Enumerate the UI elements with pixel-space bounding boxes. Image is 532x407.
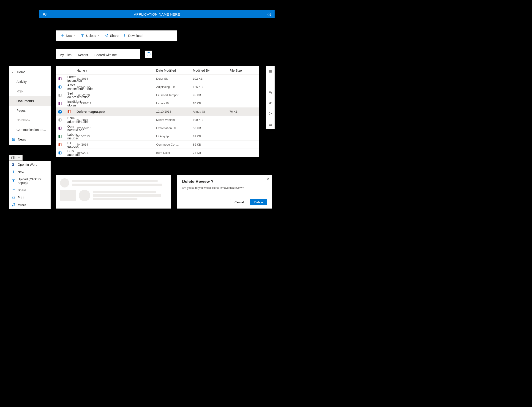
left-nav: Home Activity MSN Documents Pages Notebo… — [9, 66, 51, 145]
close-icon[interactable]: ✕ — [267, 177, 270, 181]
shimmer-line — [93, 194, 161, 197]
file-name: Duis aute.code — [67, 149, 77, 157]
nav-communication[interactable]: Communication an... — [9, 125, 51, 135]
file-modified: 12/25/2016 — [77, 126, 156, 130]
menu-item-word[interactable]: Open in Word — [9, 161, 50, 168]
delete-dialog: ✕ Delete Review ? Are you sure you would… — [177, 175, 272, 209]
download-button[interactable]: Download — [121, 34, 144, 38]
rail-braces-icon[interactable] — [266, 110, 275, 117]
file-modified-by: Ut Aliquip — [156, 135, 193, 138]
nav-label: Home — [17, 70, 25, 74]
file-size: 76 KB — [230, 110, 257, 113]
menu-label: Share — [18, 188, 26, 192]
menu-label: Upload (Click for popup) — [18, 177, 48, 185]
file-size: 86 KB — [193, 143, 230, 146]
file-type-icon — [67, 110, 71, 114]
tab-recent[interactable]: Recent — [78, 53, 88, 59]
app-title: APPLICATION NAME HERE — [47, 12, 267, 16]
svg-rect-34 — [13, 196, 14, 197]
tab-shared[interactable]: Shared with me — [94, 53, 117, 59]
upload-label: Upload — [86, 34, 96, 38]
table-row[interactable]: Ex ea.ppsx 4/4/2014 Commodo Con... 86 KB — [56, 141, 259, 149]
command-bar: New Upload Share Download ··· — [56, 31, 177, 41]
delete-button[interactable]: Delete — [250, 199, 267, 205]
rail-list-icon[interactable] — [266, 79, 275, 85]
col-modified[interactable]: Date Modified — [156, 69, 193, 72]
file-size: 68 KB — [193, 126, 230, 130]
nav-label: Activity — [16, 80, 27, 84]
settings-icon[interactable] — [267, 12, 271, 16]
svg-rect-17 — [59, 102, 60, 105]
cancel-button[interactable]: Cancel — [230, 199, 248, 205]
col-size[interactable]: File Size — [230, 69, 257, 72]
nav-pages[interactable]: Pages — [9, 106, 51, 115]
svg-rect-9 — [12, 138, 15, 141]
waffle-icon[interactable] — [42, 12, 47, 17]
right-rail — [266, 66, 275, 129]
shimmer-line — [72, 180, 158, 182]
share-icon — [12, 188, 15, 192]
nav-home[interactable]: Home — [9, 67, 51, 77]
table-row[interactable]: Enim ad.presentation 5/7/2016 Minim Veni… — [56, 116, 259, 124]
nav-news[interactable]: News — [9, 135, 51, 144]
table-row[interactable]: Amet consectetur.model 12/4/2012 Adipisc… — [56, 83, 259, 91]
menu-item-music[interactable]: Music — [9, 201, 50, 209]
app-bar: APPLICATION NAME HERE — [39, 10, 275, 18]
menu-item-print[interactable]: Print — [9, 194, 50, 201]
table-row[interactable]: Lorem ipsum.xsn 8/1/2014 Dolor Sit 102 K… — [56, 75, 259, 83]
table-row[interactable]: Quis nostrud.one 12/25/2016 Exercitation… — [56, 124, 259, 132]
tab-label: Recent — [78, 53, 88, 57]
nav-notebook[interactable]: Notebook — [9, 115, 51, 125]
nav-documents[interactable]: Documents — [9, 96, 51, 106]
upload-button[interactable]: Upload — [79, 34, 102, 38]
file-type-icon — [58, 126, 62, 130]
svg-point-30 — [271, 93, 272, 93]
menu-item-upload[interactable]: Upload (Click for popup) — [9, 176, 50, 187]
shimmer-line — [93, 191, 156, 193]
word-icon — [12, 163, 15, 166]
col-name[interactable]: Name ↑ — [77, 69, 156, 72]
table-row[interactable]: Laboris nisi.xlsx 4/16/2013 Ut Aliquip 8… — [56, 132, 259, 141]
table-row[interactable]: Dolore magna.potx 10/10/2013 Aliqua Ut 7… — [56, 108, 259, 116]
sort-asc-icon: ↑ — [86, 70, 87, 72]
menu-label: Open in Word — [18, 163, 37, 166]
rail-stethoscope-icon[interactable] — [266, 89, 275, 96]
chevron-down-icon — [18, 157, 20, 159]
overflow-button[interactable]: ··· — [145, 34, 151, 38]
file-size: 74 KB — [193, 151, 230, 155]
menu-item-plus[interactable]: New — [9, 168, 50, 176]
table-row[interactable]: Incididunt ut.xsn 11/23/2012 Labore Et 7… — [56, 99, 259, 108]
menu-label: Print — [18, 196, 24, 199]
table-row[interactable]: Sed do.presentation 5/20/2020 Eiusmod Te… — [56, 91, 259, 99]
tab-my-files[interactable]: My Files — [60, 53, 71, 59]
file-modified: 10/10/2013 — [156, 110, 193, 113]
rail-broadcast-icon[interactable] — [266, 100, 275, 106]
upload-icon — [12, 179, 15, 183]
menu-item-share[interactable]: Share — [9, 187, 50, 194]
file-type-icon — [58, 94, 62, 97]
col-modifiedby[interactable]: Modified By — [193, 69, 230, 72]
nav-msn[interactable]: MSN — [9, 86, 51, 96]
file-name: Ex ea.ppsx — [67, 141, 77, 148]
rail-hamburger-icon[interactable] — [266, 68, 275, 75]
rail-chart-icon[interactable] — [266, 121, 275, 127]
news-icon — [12, 138, 16, 141]
file-type-icon — [58, 135, 62, 138]
file-modified-by: Adipiscing Elit — [156, 85, 193, 89]
file-modified: 4/16/2013 — [77, 135, 156, 138]
new-button[interactable]: New — [59, 34, 78, 38]
file-modified-by: Dolor Sit — [156, 77, 193, 80]
svg-point-31 — [270, 103, 271, 104]
shimmer-placeholder — [56, 175, 171, 209]
table-row[interactable]: Duis aute.code 10/6/2017 Irure Dolor 74 … — [56, 149, 259, 157]
file-modified: 11/23/2012 — [77, 102, 156, 105]
chevron-down-icon — [74, 35, 77, 37]
file-menu-button[interactable]: File — [9, 155, 23, 161]
file-size: 126 KB — [193, 85, 230, 89]
svg-rect-15 — [59, 94, 60, 97]
svg-point-4 — [44, 14, 45, 15]
svg-rect-13 — [59, 86, 60, 88]
share-button[interactable]: Share — [103, 34, 120, 38]
download-icon — [123, 34, 127, 38]
nav-activity[interactable]: Activity — [9, 77, 51, 86]
